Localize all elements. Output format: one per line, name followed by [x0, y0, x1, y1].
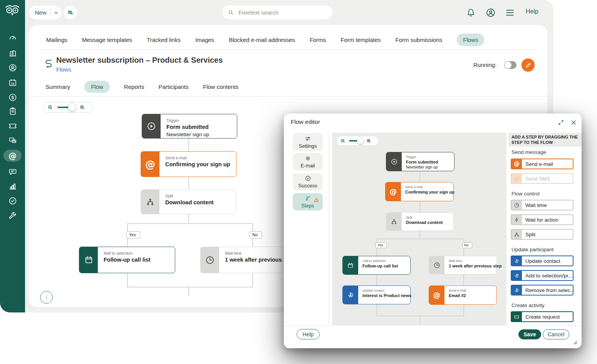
resize-handle-icon[interactable] [572, 339, 578, 345]
more-options-button[interactable] [40, 291, 53, 304]
tab-form-submissions[interactable]: Form submissions [396, 37, 443, 43]
sidebar-item-calendar[interactable]: 12 [0, 77, 25, 88]
sidebar-item-forms[interactable] [0, 105, 25, 117]
sidebar-item-payments[interactable]: $ [0, 92, 25, 103]
tab-forms[interactable]: Forms [310, 37, 326, 43]
modal-help-button[interactable]: Help [297, 329, 320, 339]
running-toggle[interactable] [504, 61, 517, 69]
subtabs-divider [29, 96, 547, 97]
drag-step-wait-for-action[interactable]: Wait for action [511, 214, 574, 225]
editor-canvas[interactable]: Trigger Form submitted Newsletter sign u… [332, 133, 506, 325]
flow-node-wait-time[interactable]: Wait time 1 week after previous step [200, 247, 297, 273]
flow-node-send-email[interactable]: @ Send e-mail Confirming your sign up [141, 151, 236, 177]
close-icon[interactable] [570, 119, 577, 126]
editor-node-update-contact[interactable]: Update contact Interest is Product news [342, 286, 411, 304]
sms-bubble-icon [511, 174, 522, 183]
connector [188, 139, 189, 151]
sidebar-item-campaigns[interactable] [0, 135, 25, 146]
subtab-reports[interactable]: Reports [124, 83, 144, 90]
connector-merge [127, 287, 253, 287]
notifications-bell-icon[interactable] [466, 7, 476, 18]
zoom-out-icon[interactable] [340, 138, 346, 144]
connector [419, 231, 420, 239]
page-title: Newsletter subscription – Product & Serv… [56, 56, 223, 65]
flow-node-add-to-selection[interactable]: Add to selection Follow-up call list [79, 247, 175, 273]
connector [419, 316, 420, 325]
warning-icon [314, 197, 319, 203]
zoom-in-icon[interactable] [79, 104, 86, 111]
drag-step-create-request[interactable]: Create request [511, 311, 574, 322]
save-button[interactable]: Save [518, 329, 541, 339]
zoom-in-icon[interactable] [366, 138, 372, 144]
drag-step-add-to-selection[interactable]: Add to selection/pr... [511, 270, 574, 281]
tab-images[interactable]: Images [195, 37, 214, 43]
bolt-icon [511, 215, 522, 224]
sidebar-item-contacts[interactable] [0, 62, 25, 73]
drag-step-update-contact[interactable]: Update contact [511, 255, 574, 266]
editor-nav-settings[interactable]: Settings [293, 133, 323, 151]
tab-form-templates[interactable]: Form templates [340, 37, 381, 43]
flow-node-split[interactable]: Split Download content [141, 189, 236, 214]
editor-zoom-slider[interactable] [349, 140, 363, 142]
drag-step-send-email[interactable]: @ Send e-mail [511, 159, 574, 169]
editor-node-add-to-selection[interactable]: Add to selection Follow-up call list [342, 256, 411, 275]
editor-node-split[interactable]: Split Download content [386, 212, 454, 231]
subtab-flow[interactable]: Flow [84, 81, 110, 93]
sidebar-item-tickets[interactable] [0, 120, 25, 132]
menu-icon[interactable] [505, 8, 515, 17]
subtab-participants[interactable]: Participants [158, 83, 188, 90]
saved-search-button[interactable] [64, 6, 77, 19]
new-button-label: New [29, 9, 50, 16]
editor-nav-steps[interactable]: Steps [293, 193, 323, 210]
editor-node-send-email[interactable]: @ Send e-mail Confirming your sign up [385, 182, 454, 201]
user-sync-check-icon [511, 256, 522, 265]
zoom-slider[interactable] [57, 107, 75, 108]
drag-step-wait-time[interactable]: Wait time [511, 200, 574, 210]
tab-message-templates[interactable]: Message templates [82, 37, 132, 43]
expand-icon[interactable] [557, 119, 565, 126]
editor-node-wait-time[interactable]: Wait time 1 week after previous step [429, 256, 497, 274]
search-icon [228, 9, 234, 16]
help-link[interactable]: Help [526, 8, 538, 15]
subtab-summary[interactable]: Summary [45, 83, 70, 90]
sidebar-item-dashboard[interactable] [0, 32, 25, 43]
tab-mailings[interactable]: Mailings [46, 37, 67, 43]
new-button[interactable]: New [29, 6, 62, 19]
edit-flow-button[interactable] [522, 58, 535, 72]
chevron-down-icon[interactable] [51, 10, 62, 15]
at-icon: @ [511, 159, 522, 169]
tab-blocked-email-addresses[interactable]: Blocked e-mail addresses [229, 37, 295, 43]
sidebar-item-email-marketing[interactable]: @ [0, 150, 25, 162]
editor-zoom-knob[interactable] [357, 138, 364, 144]
tab-tracked-links[interactable]: Tracked links [147, 37, 181, 43]
drag-step-remove-from-selection[interactable]: Remove from selec... [511, 285, 574, 296]
editor-nav-success[interactable]: Success [293, 173, 323, 190]
account-icon[interactable] [485, 7, 496, 18]
breadcrumb-flows[interactable]: Flows [56, 66, 71, 73]
sidebar-item-company[interactable] [0, 47, 25, 59]
connector [419, 171, 420, 182]
sidebar-item-chat[interactable] [0, 166, 25, 178]
connector [463, 274, 464, 286]
flow-node-trigger[interactable]: Trigger Form submitted Newsletter sign u… [142, 114, 237, 139]
owl-logo-icon[interactable] [4, 3, 21, 18]
sidebar-item-goals[interactable] [0, 195, 25, 207]
editor-nav-email[interactable]: E-mail [293, 153, 323, 170]
cancel-button[interactable]: Cancel [543, 329, 569, 339]
ticket-icon [511, 312, 522, 321]
svg-text:$: $ [12, 95, 14, 100]
tab-flows[interactable]: Flows [457, 33, 484, 46]
drag-step-split[interactable]: Split [511, 229, 574, 240]
editor-node-email2[interactable]: @ Send e-mail Email #2 [429, 286, 497, 305]
search-input[interactable] [238, 9, 324, 16]
subtab-flow-contents[interactable]: Flow contents [203, 83, 239, 90]
sidebar-item-statistics[interactable] [0, 180, 25, 192]
zoom-out-icon[interactable] [47, 104, 54, 111]
user-sync-check-icon [343, 286, 358, 304]
zoom-slider-knob[interactable] [68, 104, 76, 111]
search-bar[interactable] [222, 5, 332, 19]
sidebar-item-tools[interactable] [0, 210, 25, 221]
editor-node-trigger[interactable]: Trigger Form submitted Newsletter sign u… [386, 152, 454, 171]
connector-branch [376, 239, 464, 239]
modal-title: Flow editor [291, 119, 320, 125]
